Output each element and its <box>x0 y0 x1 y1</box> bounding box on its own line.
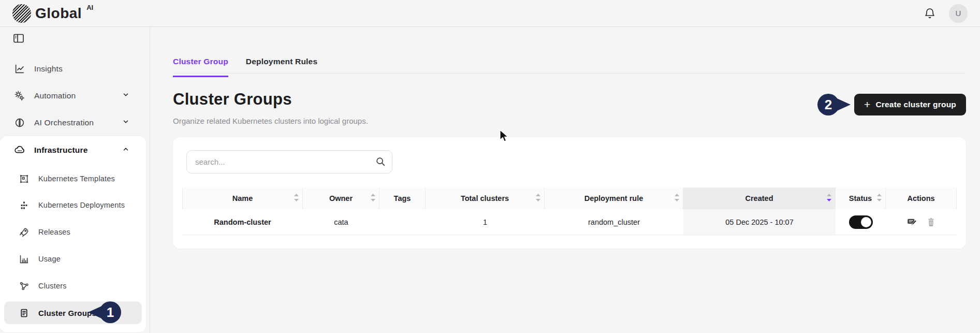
column-header-status[interactable]: Status <box>836 187 886 209</box>
cell-actions <box>886 209 957 235</box>
rocket-icon <box>18 226 30 238</box>
gears-icon <box>13 90 26 102</box>
deployments-nodes-icon <box>18 199 30 211</box>
search-input[interactable] <box>186 150 392 173</box>
cluster-groups-list-icon <box>18 307 30 319</box>
sidebar-item-usage[interactable]: Usage <box>4 248 142 270</box>
cell-tags <box>379 209 426 235</box>
sidebar-item-automation[interactable]: Automation <box>0 84 146 107</box>
sidebar-item-label: Kubernetes Templates <box>38 175 115 183</box>
table-header-row: Name Owner Tags <box>182 187 957 209</box>
cell-created: 05 Dec 2025 - 10:07 <box>683 209 836 235</box>
sidebar-item-insights[interactable]: Insights <box>0 57 146 80</box>
notifications-bell-icon[interactable] <box>922 6 938 21</box>
cluster-groups-card: Name Owner Tags <box>173 137 966 249</box>
tab-cluster-group[interactable]: Cluster Group <box>173 57 228 77</box>
cluster-network-icon <box>18 280 30 292</box>
sidebar-item-label: Automation <box>34 91 76 100</box>
usage-bars-icon <box>18 253 30 265</box>
create-cluster-group-button[interactable]: + Create cluster group <box>854 94 966 115</box>
sort-icon[interactable] <box>294 194 299 203</box>
sidebar-item-releases[interactable]: Releases <box>4 221 142 243</box>
cloud-icon <box>13 144 26 156</box>
tab-divider <box>173 73 966 74</box>
sidebar-item-label: Usage <box>38 255 61 263</box>
annotation-step-1-badge: 1 <box>87 301 122 324</box>
app-window: Global AI U Insights <box>0 0 980 333</box>
column-header-total-clusters[interactable]: Total clusters <box>426 187 545 209</box>
sidebar: Insights Automation AI Orchestration <box>0 27 150 333</box>
sort-icon[interactable] <box>877 194 882 203</box>
brand-logo[interactable]: Global AI <box>12 4 93 23</box>
sort-icon[interactable] <box>371 194 375 203</box>
edit-icon[interactable] <box>906 216 917 228</box>
sidebar-item-label: Infrastructure <box>34 146 88 155</box>
cell-total-clusters: 1 <box>426 209 545 235</box>
cell-deployment-rule: random_cluster <box>545 209 683 235</box>
cell-owner: cata <box>303 209 379 235</box>
sidebar-item-kubernetes-deployments[interactable]: Kubernetes Deployments <box>4 194 142 216</box>
sidebar-item-label: Releases <box>38 228 70 236</box>
sidebar-item-label: Kubernetes Deployments <box>38 201 125 209</box>
sidebar-collapse-icon[interactable] <box>12 32 27 47</box>
template-frame-icon <box>18 172 30 185</box>
create-button-label: Create cluster group <box>875 100 956 109</box>
header-actions: U <box>922 4 968 23</box>
sidebar-item-kubernetes-templates[interactable]: Kubernetes Templates <box>4 167 142 190</box>
column-header-tags[interactable]: Tags <box>379 187 426 209</box>
status-toggle[interactable] <box>849 215 873 229</box>
cluster-groups-table: Name Owner Tags <box>182 187 957 235</box>
main-content: Cluster Group Deployment Rules Cluster G… <box>151 27 980 333</box>
annotation-step-2-badge: 2 <box>817 93 851 116</box>
column-header-owner[interactable]: Owner <box>303 187 379 209</box>
annotation-step-number: 2 <box>825 97 832 113</box>
delete-trash-icon[interactable] <box>925 216 937 228</box>
chevron-down-icon <box>122 118 129 127</box>
brain-icon <box>13 117 26 129</box>
sort-desc-icon[interactable] <box>827 194 831 203</box>
tab-deployment-rules[interactable]: Deployment Rules <box>246 57 317 77</box>
page-subtitle: Organize related Kubernetes clusters int… <box>173 117 368 125</box>
cell-status <box>836 209 886 235</box>
sort-icon[interactable] <box>536 194 540 203</box>
plus-icon: + <box>864 99 870 110</box>
sort-icon[interactable] <box>675 194 679 203</box>
toggle-knob <box>861 217 871 227</box>
cell-name: Random-cluster <box>182 209 303 235</box>
sidebar-item-infrastructure[interactable]: Infrastructure <box>0 139 146 162</box>
sidebar-item-ai-orchestration[interactable]: AI Orchestration <box>0 111 146 134</box>
page-title: Cluster Groups <box>173 90 292 109</box>
chevron-up-icon <box>122 146 129 155</box>
sidebar-item-label: AI Orchestration <box>34 118 94 127</box>
top-header: Global AI U <box>0 0 980 27</box>
search-icon[interactable] <box>375 156 386 169</box>
sidebar-item-label: Clusters <box>38 282 67 290</box>
column-header-name[interactable]: Name <box>182 187 303 209</box>
column-header-actions: Actions <box>886 187 957 209</box>
column-header-deployment-rule[interactable]: Deployment rule <box>545 187 683 209</box>
column-header-created[interactable]: Created <box>683 187 836 209</box>
infrastructure-section: Infrastructure Kubernetes Templates <box>0 136 146 333</box>
sidebar-item-clusters[interactable]: Clusters <box>4 274 142 297</box>
insights-chart-icon <box>13 63 26 75</box>
brand-name: Global <box>35 4 82 23</box>
user-avatar[interactable]: U <box>949 4 968 23</box>
sidebar-item-label: Insights <box>34 64 63 74</box>
tab-bar: Cluster Group Deployment Rules <box>173 57 317 77</box>
brand-suffix: AI <box>86 4 93 11</box>
table-row[interactable]: Random-cluster cata 1 random_cluster 05 … <box>182 209 957 235</box>
annotation-step-number: 1 <box>107 305 114 321</box>
search-field <box>186 150 392 173</box>
globe-logo-icon <box>12 4 31 23</box>
chevron-down-icon <box>122 91 129 100</box>
